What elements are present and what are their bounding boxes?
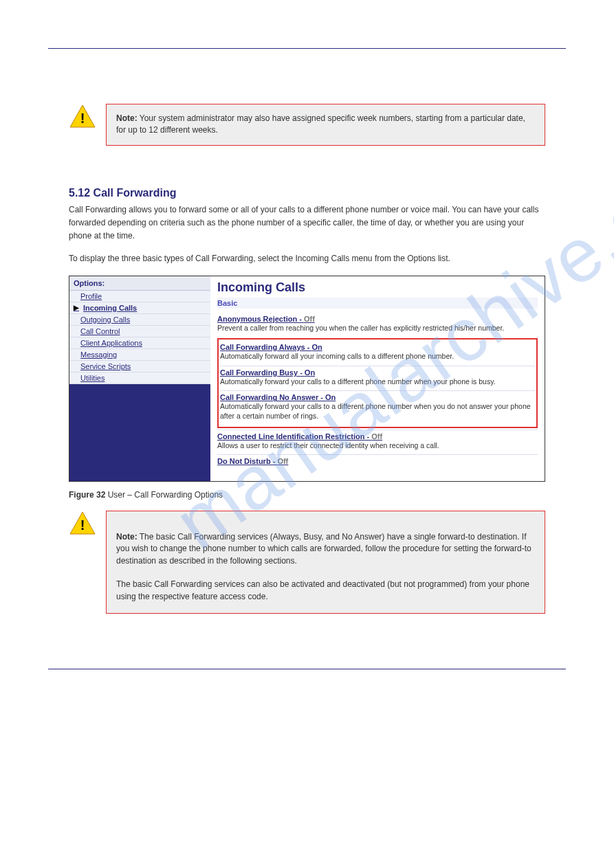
sidebar-item-incoming-calls[interactable]: ▶Incoming Calls xyxy=(69,302,210,314)
feature-do-not-disturb: Do Not Disturb - Off xyxy=(217,454,538,469)
feature-call-forwarding-busy: Call Forwarding Busy - OnAutomatically f… xyxy=(220,366,535,391)
section-heading: 5.12 Call Forwarding xyxy=(69,187,545,199)
sidebar-item-label: Profile xyxy=(80,292,102,300)
figure-text: User – Call Forwarding Options xyxy=(105,490,223,500)
page-subhead: Basic xyxy=(217,298,538,309)
feature-title-text: Do Not Disturb - xyxy=(217,457,277,465)
sidebar-item-label: Utilities xyxy=(80,374,105,382)
feature-description: Automatically forward your calls to a di… xyxy=(220,402,535,421)
main-panel: Incoming Calls Basic Anonymous Rejection… xyxy=(210,276,545,481)
sidebar-item-outgoing-calls[interactable]: Outgoing Calls xyxy=(69,314,210,326)
sidebar-item-label: Service Scripts xyxy=(80,362,131,370)
feature-description: Automatically forward all your incoming … xyxy=(220,352,535,361)
warning-box: Note: Your system administrator may also… xyxy=(106,104,545,146)
feature-link[interactable]: Connected Line Identification Restrictio… xyxy=(217,432,538,441)
feature-link[interactable]: Call Forwarding No Answer - On xyxy=(220,393,535,401)
feature-title-text: Call Forwarding Always - xyxy=(220,343,311,351)
sidebar-item-call-control[interactable]: Call Control xyxy=(69,326,210,337)
feature-title-text: Connected Line Identification Restrictio… xyxy=(217,432,371,441)
warning-box: Note: The basic Call Forwarding services… xyxy=(106,511,545,614)
screenshot-panel: Options: Profile▶Incoming CallsOutgoing … xyxy=(69,276,545,482)
feature-call-forwarding-no-answer: Call Forwarding No Answer - OnAutomatica… xyxy=(220,390,535,425)
feature-link[interactable]: Call Forwarding Always - On xyxy=(220,343,535,351)
feature-description: Allows a user to restrict their connecte… xyxy=(217,441,538,451)
warning-text: Your system administrator may also have … xyxy=(116,113,525,135)
pointer-icon: ▶ xyxy=(74,304,80,311)
svg-text:!: ! xyxy=(80,111,85,126)
sidebar-item-label: Incoming Calls xyxy=(83,304,137,312)
warning-block-week-numbers: ! Note: Your system administrator may al… xyxy=(69,104,545,146)
sidebar-item-label: Client Applications xyxy=(80,339,142,347)
sidebar-item-messaging[interactable]: Messaging xyxy=(69,349,210,361)
warning-block-forwarding: ! Note: The basic Call Forwarding servic… xyxy=(69,511,545,614)
highlighted-features: Call Forwarding Always - OnAutomatically… xyxy=(217,338,538,428)
sidebar-fill xyxy=(69,384,210,481)
feature-title-text: Anonymous Rejection - xyxy=(217,315,304,323)
feature-status: Off xyxy=(277,457,288,465)
warning-icon: ! xyxy=(69,511,96,537)
feature-description: Automatically forward your calls to a di… xyxy=(220,377,535,387)
feature-title-text: Call Forwarding No Answer - xyxy=(220,393,325,401)
sidebar-item-client-applications[interactable]: Client Applications xyxy=(69,337,210,349)
warning-prefix: Note: xyxy=(116,113,138,123)
sidebar-item-label: Call Control xyxy=(80,327,120,335)
sidebar-header: Options: xyxy=(69,276,210,291)
sidebar-item-label: Messaging xyxy=(80,350,117,359)
sidebar-item-utilities[interactable]: Utilities xyxy=(69,372,210,384)
options-sidebar: Options: Profile▶Incoming CallsOutgoing … xyxy=(69,276,210,481)
feature-status: Off xyxy=(371,432,382,441)
feature-call-forwarding-always: Call Forwarding Always - OnAutomatically… xyxy=(220,341,535,366)
sidebar-item-profile[interactable]: Profile xyxy=(69,291,210,302)
section-paragraph-1: Call Forwarding allows you to forward so… xyxy=(69,203,545,243)
figure-number: Figure 32 xyxy=(69,490,105,500)
feature-status: On xyxy=(305,368,315,377)
warning-icon: ! xyxy=(69,104,96,131)
feature-anonymous-rejection: Anonymous Rejection - OffPrevent a calle… xyxy=(217,313,538,337)
feature-link[interactable]: Call Forwarding Busy - On xyxy=(220,368,535,377)
sidebar-item-service-scripts[interactable]: Service Scripts xyxy=(69,361,210,372)
header-rule xyxy=(48,48,566,49)
feature-link[interactable]: Do Not Disturb - Off xyxy=(217,457,538,465)
warning-prefix: Note: xyxy=(116,532,138,542)
svg-text:!: ! xyxy=(80,518,85,533)
footer-rule xyxy=(48,669,566,669)
feature-title-text: Call Forwarding Busy - xyxy=(220,368,305,377)
warning-text: The basic Call Forwarding services (Alwa… xyxy=(116,532,531,601)
feature-status: Off xyxy=(304,315,315,323)
feature-link[interactable]: Anonymous Rejection - Off xyxy=(217,315,538,323)
figure-caption: Figure 32 User – Call Forwarding Options xyxy=(69,490,545,500)
feature-connected-line-identification-restriction: Connected Line Identification Restrictio… xyxy=(217,430,538,455)
feature-description: Prevent a caller from reaching you when … xyxy=(217,324,538,333)
feature-status: On xyxy=(311,343,322,351)
sidebar-item-label: Outgoing Calls xyxy=(80,315,130,324)
page-title: Incoming Calls xyxy=(217,280,538,295)
section-paragraph-2: To display the three basic types of Call… xyxy=(69,252,545,265)
feature-status: On xyxy=(325,393,336,401)
